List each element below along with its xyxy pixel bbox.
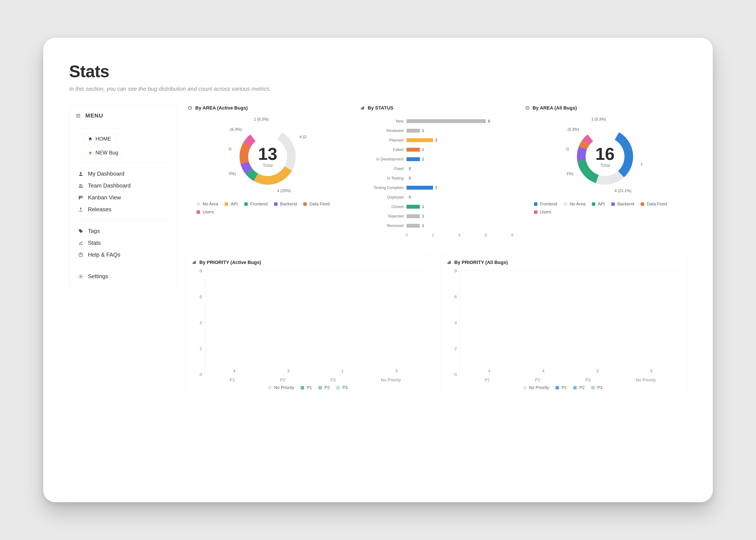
bar-value-label: 4	[488, 368, 491, 373]
bar-value-label: 3	[287, 368, 290, 373]
card-priority-all: By PRIORITY (All Bugs) 024684435 P1P2P3N…	[441, 254, 687, 395]
legend-item: Frontend	[244, 202, 268, 206]
bar-value-label: 4	[233, 368, 236, 373]
donut-label: 7 (36.8%)	[640, 163, 644, 167]
donut-area-all: 7 (36.8%)4 (21.1%)4 (21.1%)2 (10.5%)1 (5…	[525, 116, 685, 199]
axis-tick: 4	[199, 320, 202, 325]
axis-tick: 4	[454, 320, 457, 325]
donut-label: 2 (10.5%)	[566, 147, 569, 151]
chart-icon	[77, 240, 84, 246]
gear-icon	[77, 274, 84, 279]
status-row: Removed1	[360, 221, 512, 230]
clock-icon	[188, 106, 192, 110]
sidebar-item-releases[interactable]: Releases	[76, 203, 171, 215]
svg-rect-5	[80, 196, 81, 198]
hamburger-icon	[75, 113, 81, 119]
menu-title: MENU	[75, 111, 171, 124]
axis-category: P3	[330, 378, 336, 382]
axis-tick: 6	[485, 233, 487, 238]
status-row: Testing Complete2	[360, 184, 512, 192]
svg-point-3	[81, 185, 82, 186]
legend-item: P1	[556, 385, 567, 390]
legend-item: Users	[534, 209, 551, 214]
upload-icon	[77, 207, 84, 212]
legend-item: P1	[301, 385, 312, 390]
axis-tick: 8	[199, 268, 202, 273]
card-area-active: By AREA (Active Bugs) 4 (25%)4 (25%)4 (2…	[186, 105, 349, 239]
status-bars: New6Reviewed1Planned2Failed1In Developme…	[360, 116, 512, 232]
svg-rect-11	[362, 107, 363, 109]
svg-rect-4	[79, 196, 80, 200]
page-title: Stats	[69, 62, 687, 81]
sidebar-item-stats[interactable]: Stats	[76, 237, 171, 249]
sidebar-item-kanban-view[interactable]: Kanban View	[76, 192, 171, 203]
axis-tick: 6	[199, 294, 202, 299]
bar-value-label: 5	[395, 368, 398, 373]
axis-tick: 4	[458, 233, 460, 238]
legend-item: Data Feed	[303, 202, 329, 206]
status-row: Closed1	[360, 202, 512, 211]
sidebar-item-settings[interactable]: Settings	[76, 270, 171, 282]
donut-slice	[596, 171, 624, 185]
axis-category: P3	[585, 378, 590, 382]
chart-priority-active: 024684315	[192, 271, 426, 374]
donut-label: 1 (6.3%)	[254, 118, 269, 121]
home-button[interactable]: HOME	[84, 133, 115, 144]
legend-item: No Priority	[268, 385, 294, 390]
sidebar-item-my-dashboard[interactable]: My Dashboard	[76, 168, 171, 180]
kanban-icon	[77, 195, 84, 200]
status-row: New6	[360, 117, 512, 125]
legend-item: Users	[196, 209, 214, 214]
svg-rect-14	[193, 262, 193, 264]
axis-category: P1	[230, 378, 235, 382]
svg-point-8	[80, 276, 81, 277]
donut-slice	[277, 132, 296, 171]
svg-rect-17	[447, 262, 448, 264]
status-row: Rejected1	[360, 212, 512, 220]
legend-item: No Area	[196, 202, 218, 206]
chart-priority-all: 024684435	[447, 271, 681, 374]
tag-icon	[77, 228, 84, 234]
legend-item: P3	[591, 385, 602, 390]
axis-category: P2	[535, 378, 540, 382]
sidebar-item-help-faqs[interactable]: Help & FAQs	[76, 249, 171, 261]
legend-item: No Area	[564, 202, 585, 206]
axis-tick: 2	[199, 346, 202, 351]
status-row: Deployed0	[360, 193, 512, 202]
card-area-all: By AREA (All Bugs) 7 (36.8%)4 (21.1%)4 (…	[523, 105, 687, 239]
bug-icon	[88, 151, 92, 155]
card-status: By STATUS New6Reviewed1Planned2Failed1In…	[358, 105, 514, 239]
svg-rect-16	[195, 261, 195, 264]
legend-item: Backend	[274, 202, 297, 206]
app-window: Stats In this section, you can see the b…	[43, 38, 713, 502]
legend-item: API	[225, 202, 238, 206]
axis-tick: 8	[511, 233, 513, 238]
donut-label: 4 (21.1%)	[566, 172, 573, 176]
new-bug-button[interactable]: NEW Bug	[84, 147, 122, 158]
donut-slice	[615, 132, 633, 177]
bar-value-label: 3	[596, 368, 598, 373]
bar-chart-icon	[360, 106, 365, 110]
status-row: Planned2	[360, 136, 512, 145]
donut-label: 4 (21.1%)	[614, 189, 631, 193]
donut-slice	[254, 166, 292, 185]
bar-chart-icon	[447, 260, 451, 265]
status-row: In Testing0	[360, 174, 512, 183]
sidebar-item-tags[interactable]: Tags	[76, 225, 171, 237]
axis-category: No Priority	[636, 378, 656, 382]
svg-rect-15	[194, 262, 194, 264]
donut-label: 1 (5.3%)	[566, 127, 579, 132]
legend-item: Backend	[611, 202, 634, 206]
status-axis: 02468	[407, 232, 512, 239]
legend-item: P2	[318, 385, 329, 390]
sidebar-item-team-dashboard[interactable]: Team Dashboard	[76, 180, 171, 192]
svg-rect-18	[448, 262, 449, 264]
main-content: By AREA (Active Bugs) 4 (25%)4 (25%)4 (2…	[186, 105, 687, 395]
donut-active-total: 13	[258, 145, 277, 163]
page-subtitle: In this section, you can see the bug dis…	[69, 85, 687, 92]
axis-tick: 2	[454, 346, 457, 351]
legend-item: Data Feed	[641, 202, 667, 206]
card-priority-active: By PRIORITY (Active Bugs) 024684315 P1P2…	[186, 254, 432, 395]
svg-rect-19	[450, 261, 450, 264]
legend-item: API	[592, 202, 605, 206]
